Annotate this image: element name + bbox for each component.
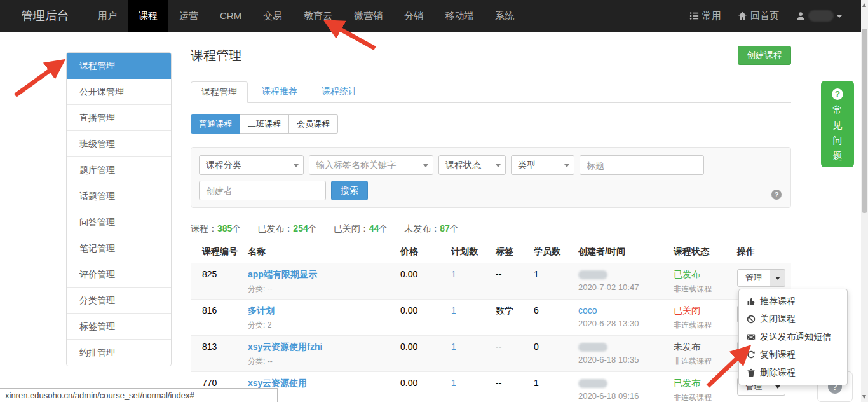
course-category: 分类: -- xyxy=(248,356,400,367)
type-normal-course[interactable]: 普通课程 xyxy=(191,114,240,134)
faq-label: 常见问题 xyxy=(832,102,843,163)
sidebar-item-qa[interactable]: 问答管理 xyxy=(67,209,171,235)
course-status-select[interactable]: 课程状态 xyxy=(438,155,506,175)
select-caret-icon xyxy=(423,164,428,167)
scroll-up-arrow-icon[interactable] xyxy=(862,3,866,7)
tag-select-placeholder: 输入标签名称关键字 xyxy=(316,160,396,170)
tab-course-management[interactable]: 课程管理 xyxy=(191,81,248,103)
sidebar-item-tag[interactable]: 标签管理 xyxy=(67,314,171,340)
sidebar-item-notes[interactable]: 笔记管理 xyxy=(67,235,171,261)
menu-item-delete-course[interactable]: 删除课程 xyxy=(739,364,847,382)
menu-item-close-course[interactable]: 关闭课程 xyxy=(739,310,847,328)
nav-item-edu-cloud[interactable]: 教育云 xyxy=(293,0,343,32)
serial-type: 非连载课程 xyxy=(674,392,737,402)
course-name-link[interactable]: xsy云资源使用fzhi xyxy=(248,342,322,352)
scrollbar[interactable] xyxy=(861,0,868,402)
main-content: 课程管理 创建课程 课程管理 课程推荐 课程统计 普通课程 二班课程 会员课程 … xyxy=(191,39,791,402)
col-students: 学员数 xyxy=(534,246,578,258)
category-select[interactable]: 课程分类 xyxy=(199,155,304,175)
nav-item-crm[interactable]: CRM xyxy=(209,0,252,32)
menu-item-recommend-course[interactable]: 推荐课程 xyxy=(739,293,847,310)
student-count: 0 xyxy=(534,342,578,352)
course-category: 分类: 2 xyxy=(248,320,400,331)
table-header: 课程编号 名称 价格 计划数 标签 学员数 创建者/时间 课程状态 操作 xyxy=(191,242,791,263)
created-time: 2020-6-28 13:30 xyxy=(578,319,674,328)
stat-unpublished: 未发布：87个 xyxy=(404,223,459,235)
nav-item-trade[interactable]: 交易 xyxy=(252,0,293,32)
faq-button[interactable]: ? 常见问题 xyxy=(821,81,854,167)
create-course-button[interactable]: 创建课程 xyxy=(738,46,791,65)
help-icon[interactable]: ? xyxy=(771,190,782,200)
course-tag: 数学 xyxy=(496,305,534,317)
type-member-course[interactable]: 会员课程 xyxy=(289,114,338,134)
tag-select[interactable]: 输入标签名称关键字 xyxy=(309,155,433,175)
plan-count-link[interactable]: 1 xyxy=(451,378,456,388)
sidebar-item-course-management[interactable]: 课程管理 xyxy=(67,53,171,79)
manage-caret-button[interactable] xyxy=(770,269,785,287)
tabs: 课程管理 课程推荐 课程统计 xyxy=(191,81,791,103)
student-count: 1 xyxy=(534,378,578,388)
manage-button[interactable]: 管理 xyxy=(737,269,770,287)
sidebar-item-open-course[interactable]: 公开课管理 xyxy=(67,79,171,105)
table-row: 813 xsy云资源使用fzhi 分类: -- 0.00 1 -- 0 2020… xyxy=(191,336,791,372)
status-badge: 已发布 xyxy=(674,378,700,388)
type-select[interactable]: 类型 xyxy=(511,155,574,175)
select-caret-icon xyxy=(564,164,569,167)
plan-count-link[interactable]: 1 xyxy=(451,342,456,352)
nav-item-operations[interactable]: 运营 xyxy=(168,0,209,32)
scroll-down-arrow-icon[interactable] xyxy=(862,395,866,399)
plan-count-link[interactable]: 1 xyxy=(451,305,456,315)
serial-type: 非连载课程 xyxy=(674,284,737,295)
sidebar-item-review[interactable]: 评价管理 xyxy=(67,261,171,288)
caret-down-icon xyxy=(775,385,780,389)
nav-item-courses[interactable]: 课程 xyxy=(128,0,168,32)
user-name-redacted xyxy=(808,10,834,22)
serial-type: 非连载课程 xyxy=(674,320,737,331)
course-name-link[interactable]: 多计划 xyxy=(248,305,275,315)
status-badge: 未发布 xyxy=(674,342,700,352)
created-time: 2020-6-18 10:35 xyxy=(578,355,674,364)
serial-type: 非连载课程 xyxy=(674,356,737,367)
course-name-link[interactable]: app端有限期显示 xyxy=(248,269,317,279)
top-nav: 用户 课程 运营 CRM 交易 教育云 微营销 分销 移动端 系统 xyxy=(87,0,525,32)
sidebar-item-schedule[interactable]: 约排管理 xyxy=(67,340,171,366)
chevron-down-icon xyxy=(836,15,843,18)
sidebar-item-topic[interactable]: 话题管理 xyxy=(67,183,171,209)
col-tag: 标签 xyxy=(496,246,534,258)
nav-item-system[interactable]: 系统 xyxy=(484,0,525,32)
scrollbar-thumb[interactable] xyxy=(862,29,867,213)
course-name-link[interactable]: xsy云资源使用 xyxy=(248,378,307,388)
sidebar-item-question-bank[interactable]: 题库管理 xyxy=(67,157,171,183)
tab-course-statistics[interactable]: 课程统计 xyxy=(311,81,367,102)
tab-course-recommend[interactable]: 课程推荐 xyxy=(252,81,308,102)
course-status-value: 课程状态 xyxy=(445,160,481,170)
type-class-course[interactable]: 二班课程 xyxy=(240,114,289,134)
user-menu[interactable] xyxy=(796,10,843,22)
thumbs-up-icon xyxy=(747,297,756,306)
creator-link[interactable]: coco xyxy=(578,305,597,315)
menu-item-send-publish-sms[interactable]: 发送发布通知短信 xyxy=(739,328,847,346)
back-home-label: 回首页 xyxy=(750,10,779,22)
creator-redacted xyxy=(578,270,607,279)
back-home-link[interactable]: 回首页 xyxy=(738,10,779,22)
creator-redacted xyxy=(578,379,607,388)
course-tag: -- xyxy=(496,378,534,388)
course-id: 816 xyxy=(191,305,248,315)
sidebar-item-live[interactable]: 直播管理 xyxy=(67,105,171,131)
caret-down-icon xyxy=(775,277,780,280)
search-button[interactable]: 搜索 xyxy=(331,181,368,200)
common-use-link[interactable]: 常用 xyxy=(689,10,721,22)
nav-item-micro-marketing[interactable]: 微营销 xyxy=(343,0,393,32)
nav-item-distribution[interactable]: 分销 xyxy=(393,0,434,32)
title-input[interactable] xyxy=(580,155,704,175)
nav-item-mobile[interactable]: 移动端 xyxy=(434,0,484,32)
sidebar-item-category[interactable]: 分类管理 xyxy=(67,288,171,314)
stat-closed: 已关闭：44个 xyxy=(334,223,388,235)
plan-count-link[interactable]: 1 xyxy=(451,269,456,279)
menu-item-label: 复制课程 xyxy=(760,349,796,361)
creator-input[interactable] xyxy=(199,181,326,200)
status-badge: 已关闭 xyxy=(674,305,700,315)
sidebar-item-class[interactable]: 班级管理 xyxy=(67,131,171,157)
menu-item-copy-course[interactable]: 复制课程 xyxy=(739,346,847,364)
nav-item-users[interactable]: 用户 xyxy=(87,0,128,32)
